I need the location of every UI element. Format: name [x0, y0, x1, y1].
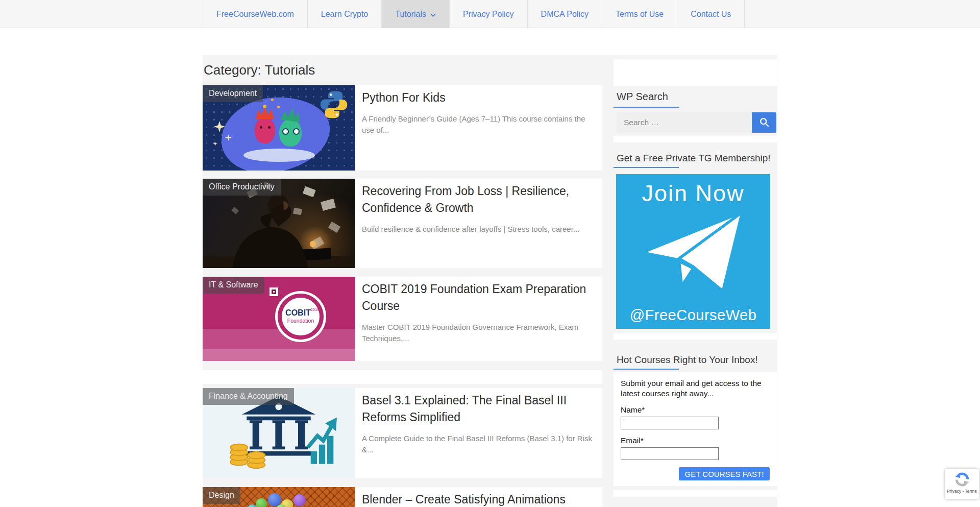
sparkle-icon: [213, 141, 217, 146]
search-button[interactable]: [752, 112, 776, 133]
course-thumbnail[interactable]: Design: [203, 487, 355, 507]
course-description: Build resilience & confidence after layo…: [362, 224, 601, 235]
nav-item-contact-us[interactable]: Contact Us: [677, 0, 745, 28]
course-title[interactable]: Basel 3.1 Explained: The Final Basel III…: [362, 392, 601, 426]
course-card-basel[interactable]: Finance & Accounting Basel 3.1 Explained…: [203, 388, 602, 478]
telegram-banner-heading: Join Now: [616, 180, 770, 207]
title-underline: [614, 107, 679, 108]
search-icon: [758, 116, 770, 129]
category-badge: IT & Software: [203, 277, 264, 294]
page-title: Category: Tutorials: [204, 62, 315, 78]
course-thumbnail[interactable]: Development: [203, 85, 355, 171]
chevron-down-icon: [430, 10, 436, 19]
sidebar: WP Search Get a Free Private TG Membersh…: [614, 55, 777, 507]
course-card-job-loss[interactable]: Office Productivity Recovering From Job …: [203, 179, 602, 268]
telegram-handle: @FreeCourseWeb: [616, 307, 770, 324]
nav-label: Tutorials: [395, 10, 426, 19]
python-logo-icon: [319, 90, 349, 122]
search-input[interactable]: [617, 112, 752, 133]
nav-item-tutorials[interactable]: Tutorials: [381, 0, 449, 28]
cobit-certificate-logo: An ISACA® Certificate COBIT 2019 Foundat…: [274, 290, 327, 345]
category-badge: Office Productivity: [203, 179, 281, 196]
nav-label: Contact Us: [691, 10, 731, 19]
get-courses-button[interactable]: GET COURSES FAST!: [679, 467, 770, 480]
search-bar: [617, 112, 776, 133]
category-badge: Finance & Accounting: [203, 388, 294, 405]
nav-menu: FreeCourseWeb.com Learn Crypto Tutorials…: [203, 0, 980, 28]
empty-widget-row: [203, 370, 602, 384]
course-description: A Friendly Beginner’s Guide (Ages 7–11) …: [362, 113, 586, 136]
shadow-ellipse: [243, 149, 315, 162]
course-info: COBIT 2019 Foundation Exam Preparation C…: [355, 277, 602, 361]
svg-text:2019: 2019: [310, 307, 320, 312]
email-label: Email*: [621, 436, 770, 445]
course-info: Python For Kids A Friendly Beginner’s Gu…: [355, 85, 602, 171]
widget-divider: [614, 333, 777, 340]
category-badge: Development: [203, 85, 263, 102]
nav-item-terms-of-use[interactable]: Terms of Use: [602, 0, 677, 28]
dot-decoration: [263, 105, 266, 108]
widget-divider: [614, 136, 777, 142]
bank-finance-illustration: [216, 393, 341, 473]
dot-decoration: [271, 99, 274, 101]
nav-label: Learn Crypto: [321, 10, 369, 19]
subscribe-intro-text: Submit your email and get access to the …: [621, 378, 770, 399]
telegram-plane-icon: [616, 209, 770, 302]
subscribe-button-row: GET COURSES FAST!: [621, 467, 770, 480]
course-info: Recovering From Job Loss | Resilience, C…: [355, 179, 602, 268]
widget-divider: [614, 490, 777, 497]
email-field[interactable]: [621, 447, 719, 460]
dot-decoration: [277, 106, 280, 108]
nav-label: Terms of Use: [616, 10, 664, 19]
course-description: A Complete Guide to the Final Basel III …: [362, 433, 593, 455]
top-nav: FreeCourseWeb.com Learn Crypto Tutorials…: [0, 0, 980, 28]
nav-item-learn-crypto[interactable]: Learn Crypto: [307, 0, 382, 28]
course-card-python[interactable]: Development Python For Kids A Friendly B…: [203, 85, 602, 171]
subscribe-form: Submit your email and get access to the …: [614, 372, 777, 486]
svg-text:COBIT: COBIT: [285, 308, 311, 317]
course-card-blender[interactable]: Design Blender – Create Satisfying Anima…: [203, 487, 602, 507]
course-title[interactable]: Recovering From Job Loss | Resilience, C…: [362, 183, 601, 216]
search-widget-title: WP Search: [617, 91, 668, 103]
category-badge: Design: [203, 487, 240, 504]
course-info: Blender – Create Satisfying Animations: [355, 487, 602, 507]
recaptcha-icon: [954, 472, 970, 487]
content-area: Category: Tutorials: [203, 55, 777, 507]
course-info: Basel 3.1 Explained: The Final Basel III…: [355, 388, 602, 478]
nav-label: Privacy Policy: [463, 10, 514, 19]
course-thumbnail[interactable]: Office Productivity: [203, 179, 355, 268]
empty-widget-box: [614, 59, 777, 86]
page: FreeCourseWeb.com Learn Crypto Tutorials…: [0, 0, 980, 507]
recaptcha-badge[interactable]: Privacy - Terms: [945, 469, 979, 499]
name-label: Name*: [621, 405, 770, 415]
course-thumbnail[interactable]: Finance & Accounting: [203, 388, 355, 478]
nav-item-privacy-policy[interactable]: Privacy Policy: [449, 0, 527, 28]
course-title[interactable]: COBIT 2019 Foundation Exam Preparation C…: [362, 281, 601, 315]
pink-character: [255, 117, 275, 143]
course-thumbnail[interactable]: An ISACA® Certificate COBIT 2019 Foundat…: [203, 277, 355, 361]
nav-item-home[interactable]: FreeCourseWeb.com: [203, 0, 307, 28]
course-description: Master COBIT 2019 Foundation Governance …: [362, 322, 581, 344]
title-underline: [614, 167, 679, 168]
subscribe-widget-title: Hot Courses Right to Your Inbox!: [617, 354, 758, 366]
recaptcha-links[interactable]: Privacy - Terms: [947, 489, 976, 494]
title-underline: [614, 369, 679, 370]
nav-label: FreeCourseWeb.com: [216, 10, 294, 19]
balloon-shape: [293, 494, 306, 506]
name-field[interactable]: [621, 417, 719, 429]
nav-label: DMCA Policy: [541, 10, 589, 19]
nav-item-dmca-policy[interactable]: DMCA Policy: [527, 0, 602, 28]
telegram-widget-title: Get a Free Private TG Membership!: [617, 153, 771, 164]
balloon-shape: [256, 498, 267, 507]
glasses-icon: [282, 128, 300, 135]
course-card-cobit[interactable]: An ISACA® Certificate COBIT 2019 Foundat…: [203, 277, 602, 361]
svg-text:Foundation: Foundation: [287, 318, 314, 324]
course-title[interactable]: Blender – Create Satisfying Animations: [362, 491, 601, 507]
course-title[interactable]: Python For Kids: [362, 89, 601, 106]
telegram-banner[interactable]: Join Now @FreeCourseWeb: [616, 174, 770, 329]
